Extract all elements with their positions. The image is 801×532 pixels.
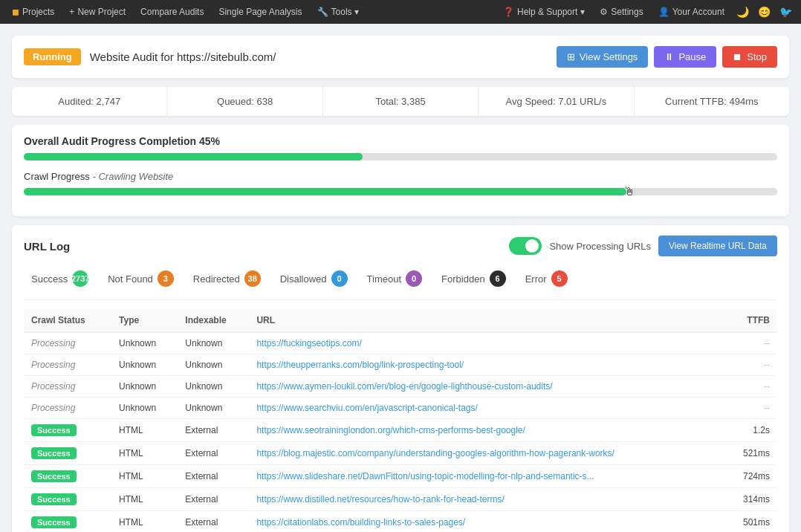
cell-status: Processing (24, 332, 111, 354)
overall-progress-track (24, 153, 777, 160)
filter-tab-timeout[interactable]: Timeout 0 (360, 267, 429, 291)
show-processing-label: Show Processing URLs (549, 241, 651, 252)
main-container: Running Website Audit for https://sitebu… (0, 24, 801, 532)
audit-header: Running Website Audit for https://sitebu… (12, 36, 789, 78)
cell-ttfb: 521ms (724, 442, 777, 465)
filter-tab-disallowed[interactable]: Disallowed 0 (273, 267, 355, 291)
view-realtime-button[interactable]: View Realtime URL Data (658, 236, 777, 256)
url-log-title: URL Log (24, 240, 70, 253)
filter-tab-redirected[interactable]: Redirected 38 (186, 267, 268, 291)
cell-ttfb: 1.2s (724, 419, 777, 442)
stop-icon: ⏹ (733, 51, 742, 62)
progress-section: Overall Audit Progress Completion 45% Cr… (12, 125, 789, 216)
audit-header-right: ⊞ View Settings ⏸ Pause ⏹ Stop (557, 46, 777, 68)
cell-url[interactable]: https://citationlabs.com/building-links-… (249, 511, 724, 533)
table-row: Success HTML External https://www.seotra… (24, 419, 777, 442)
nav-help[interactable]: ❓ Help & Support ▾ (497, 4, 591, 20)
pause-icon: ⏸ (664, 51, 674, 62)
tools-icon: 🔧 (317, 7, 328, 17)
settings-icon: ⚙ (600, 7, 608, 17)
toggle-slider (509, 237, 542, 255)
nav-projects[interactable]: ◼ Projects (6, 4, 60, 20)
filter-tab-success[interactable]: Success 2737 (24, 267, 96, 291)
crawl-progress-fill: 🖱 (24, 188, 626, 195)
audit-header-left: Running Website Audit for https://sitebu… (24, 48, 276, 65)
nav-tools[interactable]: 🔧 Tools ▾ (311, 4, 365, 20)
overall-progress-fill (24, 153, 363, 160)
cell-ttfb: -- (724, 354, 777, 376)
help-icon: ❓ (503, 7, 514, 17)
cell-type: HTML (111, 488, 178, 511)
filter-tab-error[interactable]: Error 5 (518, 267, 575, 291)
cell-ttfb: 724ms (724, 465, 777, 488)
table-row: Success HTML External https://www.slides… (24, 465, 777, 488)
stats-row: Audited: 2,747 Queued: 638 Total: 3,385 … (12, 87, 789, 116)
cell-indexable: External (178, 442, 249, 465)
filter-tab-not-found[interactable]: Not Found 3 (100, 267, 181, 291)
cell-ttfb: -- (724, 376, 777, 398)
pause-button[interactable]: ⏸ Pause (654, 46, 716, 68)
cell-indexable: External (178, 419, 249, 442)
url-log-header: URL Log Show Processing URLs View Realti… (24, 236, 777, 256)
col-indexable: Indexable (178, 309, 249, 332)
plus-icon: + (69, 7, 74, 17)
cell-url[interactable]: https://www.seotraininglondon.org/which-… (249, 419, 724, 442)
cell-indexable: Unknown (178, 398, 249, 419)
twitter-icon[interactable]: 🐦 (776, 3, 795, 21)
table-row: Success HTML External https://www.distil… (24, 488, 777, 511)
url-table-body: Processing Unknown Unknown https://fucki… (24, 332, 777, 532)
cell-status: Processing (24, 398, 111, 419)
nav-new-project[interactable]: + New Project (63, 4, 132, 20)
view-settings-button[interactable]: ⊞ View Settings (557, 46, 649, 68)
table-row: Success HTML External https://citationla… (24, 511, 777, 533)
cell-indexable: External (178, 511, 249, 533)
cell-status: Success (24, 488, 111, 511)
filter-tabs: Success 2737 Not Found 3 Redirected 38 D… (24, 267, 777, 300)
cell-url[interactable]: https://fuckingseotips.com/ (249, 332, 724, 354)
url-table: Crawl Status Type Indexable URL TTFB Pro… (24, 309, 777, 532)
cell-status: Success (24, 465, 111, 488)
cell-type: HTML (111, 419, 178, 442)
crawl-progress-track: 🖱 (24, 188, 777, 195)
emoji-icon[interactable]: 😊 (755, 3, 774, 21)
cell-url[interactable]: https://www.distilled.net/resources/how-… (249, 488, 724, 511)
nav-single-page-analysis[interactable]: Single Page Analysis (213, 4, 308, 20)
stat-avg-speed: Avg Speed: 7.01 URL/s (479, 87, 634, 116)
stop-button[interactable]: ⏹ Stop (722, 46, 777, 68)
cell-status: Processing (24, 376, 111, 398)
stat-queued: Queued: 638 (167, 87, 322, 116)
col-type: Type (111, 309, 178, 332)
running-badge: Running (24, 48, 81, 65)
cell-indexable: Unknown (178, 376, 249, 398)
url-table-header: Crawl Status Type Indexable URL TTFB (24, 309, 777, 332)
cell-type: Unknown (111, 376, 178, 398)
cell-type: HTML (111, 465, 178, 488)
show-processing-toggle[interactable] (509, 237, 542, 255)
url-log-section: URL Log Show Processing URLs View Realti… (12, 225, 789, 532)
topnav-right: ❓ Help & Support ▾ ⚙ Settings 👤 Your Acc… (497, 3, 795, 21)
cell-indexable: Unknown (178, 354, 249, 376)
filter-tab-forbidden[interactable]: Forbidden 6 (434, 267, 513, 291)
stat-audited: Audited: 2,747 (12, 87, 167, 116)
nav-compare-audits[interactable]: Compare Audits (134, 4, 210, 20)
cell-url[interactable]: https://www.searchviu.com/en/javascript-… (249, 398, 724, 419)
cell-ttfb: -- (724, 398, 777, 419)
cell-type: HTML (111, 442, 178, 465)
nav-account[interactable]: 👤 Your Account (652, 4, 730, 20)
cell-type: Unknown (111, 354, 178, 376)
cell-url[interactable]: https://www.aymen-loukil.com/en/blog-en/… (249, 376, 724, 398)
cell-url[interactable]: https://blog.majestic.com/company/unders… (249, 442, 724, 465)
audit-title: Website Audit for https://sitebulb.com/ (90, 51, 276, 63)
col-url: URL (249, 309, 724, 332)
cell-url[interactable]: https://theupperranks.com/blog/link-pros… (249, 354, 724, 376)
cell-status: Success (24, 511, 111, 533)
nav-settings[interactable]: ⚙ Settings (594, 4, 649, 20)
stat-total: Total: 3,385 (323, 87, 479, 116)
cell-indexable: External (178, 488, 249, 511)
dark-mode-icon[interactable]: 🌙 (733, 3, 752, 21)
col-crawl-status: Crawl Status (24, 309, 111, 332)
overall-progress-label: Overall Audit Progress Completion 45% (24, 135, 777, 147)
cell-status: Success (24, 442, 111, 465)
table-row: Success HTML External https://blog.majes… (24, 442, 777, 465)
cell-url[interactable]: https://www.slideshare.net/DawnFitton/us… (249, 465, 724, 488)
